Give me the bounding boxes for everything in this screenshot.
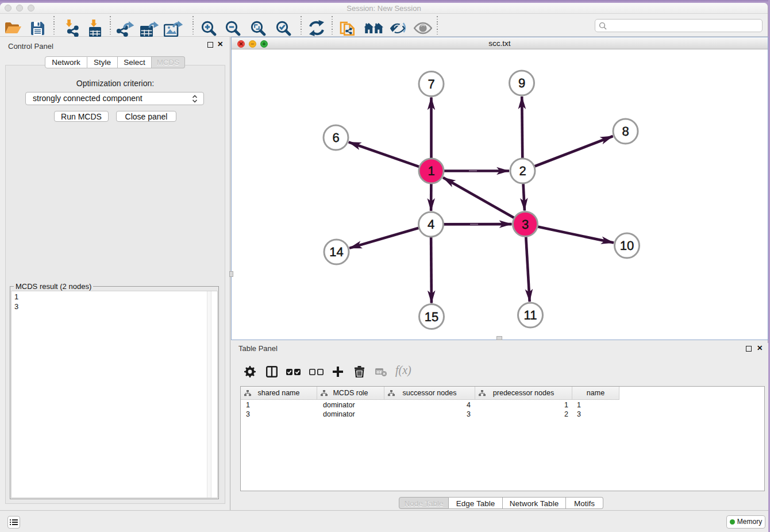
- svg-text:4: 4: [428, 217, 434, 232]
- svg-text:3: 3: [522, 217, 529, 232]
- svg-text:9: 9: [518, 76, 525, 90]
- svg-text:1: 1: [428, 164, 434, 178]
- svg-text:8: 8: [622, 124, 629, 138]
- svg-text:15: 15: [425, 310, 438, 324]
- svg-text:11: 11: [524, 308, 537, 322]
- svg-text:7: 7: [428, 77, 434, 91]
- svg-text:6: 6: [332, 130, 339, 145]
- svg-text:14: 14: [329, 245, 343, 259]
- svg-text:2: 2: [519, 164, 526, 178]
- svg-text:10: 10: [620, 238, 634, 253]
